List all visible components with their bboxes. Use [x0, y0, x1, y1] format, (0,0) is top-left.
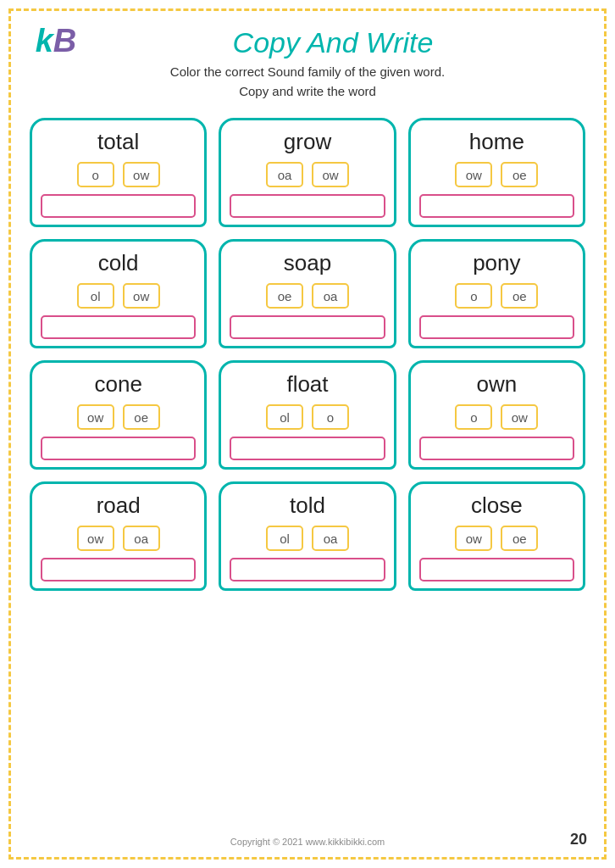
- sound-options: owoa: [77, 526, 160, 551]
- card-cold: coldolow: [30, 239, 207, 348]
- page: kB Copy And Write Color the correct Soun…: [8, 8, 607, 860]
- sound-box[interactable]: ol: [77, 283, 114, 309]
- sound-options: oeoa: [266, 283, 349, 309]
- card-soap: soapoeoa: [219, 239, 396, 348]
- sound-box[interactable]: ol: [266, 526, 303, 551]
- sound-box[interactable]: ow: [123, 162, 160, 187]
- write-box[interactable]: [41, 558, 196, 581]
- sound-box[interactable]: oe: [501, 162, 538, 187]
- sound-box[interactable]: oa: [312, 283, 349, 309]
- sound-box[interactable]: oe: [501, 283, 538, 309]
- card-word: cold: [98, 250, 139, 276]
- card-word: pony: [473, 250, 520, 276]
- sound-box[interactable]: oe: [123, 404, 160, 430]
- write-box[interactable]: [230, 558, 385, 581]
- sound-box[interactable]: oa: [266, 162, 303, 187]
- sound-box[interactable]: oa: [312, 526, 349, 551]
- sound-box[interactable]: ow: [501, 404, 538, 430]
- sound-options: oow: [455, 404, 538, 430]
- card-close: closeowoe: [408, 481, 585, 591]
- card-road: roadowoa: [30, 481, 207, 591]
- sound-box[interactable]: ow: [77, 404, 114, 430]
- sound-box[interactable]: o: [455, 283, 492, 309]
- page-title: Copy And Write: [62, 26, 604, 59]
- sound-box[interactable]: o: [455, 404, 492, 430]
- sound-box[interactable]: o: [312, 404, 349, 430]
- sound-box[interactable]: ow: [123, 283, 160, 309]
- card-pony: ponyooe: [408, 239, 585, 348]
- footer: Copyright © 2021 www.kikkibikki.com: [11, 837, 604, 847]
- card-word: own: [476, 371, 517, 398]
- card-grow: growoaow: [219, 118, 396, 227]
- sound-box[interactable]: o: [77, 162, 114, 187]
- sound-options: olo: [266, 404, 349, 430]
- sound-options: oloa: [266, 526, 349, 551]
- sound-options: oaow: [266, 162, 349, 187]
- sound-options: olow: [77, 283, 160, 309]
- sound-options: oow: [77, 162, 160, 187]
- subtitle: Color the correct Sound family of the gi…: [11, 63, 604, 101]
- write-box[interactable]: [230, 437, 385, 460]
- card-word: float: [286, 371, 328, 398]
- write-box[interactable]: [419, 315, 574, 339]
- sound-box[interactable]: ow: [455, 526, 492, 551]
- subtitle-line2: Copy and write the word: [239, 84, 376, 98]
- card-word: road: [97, 492, 141, 519]
- card-word: home: [469, 129, 524, 155]
- card-word: soap: [284, 250, 331, 276]
- logo-b: B: [53, 23, 76, 59]
- card-float: floatolo: [219, 360, 396, 470]
- card-word: close: [471, 492, 523, 519]
- write-box[interactable]: [230, 194, 385, 218]
- write-box[interactable]: [419, 194, 574, 218]
- sound-box[interactable]: oe: [501, 526, 538, 551]
- copyright: Copyright © 2021 www.kikkibikki.com: [230, 837, 385, 847]
- sound-box[interactable]: ow: [77, 526, 114, 551]
- logo-k: k: [36, 23, 53, 59]
- subtitle-line1: Color the correct Sound family of the gi…: [170, 64, 445, 79]
- sound-options: owoe: [455, 162, 538, 187]
- sound-box[interactable]: ol: [266, 404, 303, 430]
- sound-box[interactable]: oa: [123, 526, 160, 551]
- write-box[interactable]: [41, 437, 196, 460]
- sound-box[interactable]: oe: [266, 283, 303, 309]
- page-number: 20: [570, 831, 587, 849]
- card-word: told: [290, 492, 325, 519]
- write-box[interactable]: [41, 194, 196, 218]
- card-word: cone: [94, 371, 141, 398]
- sound-box[interactable]: ow: [312, 162, 349, 187]
- card-told: toldoloa: [219, 481, 396, 591]
- card-word: grow: [284, 129, 331, 155]
- card-cone: coneowoe: [30, 360, 207, 470]
- cards-grid: totaloowgrowoaowhomeowoecoldolowsoapoeoa…: [11, 106, 604, 599]
- logo: kB: [26, 23, 86, 74]
- write-box[interactable]: [419, 437, 574, 460]
- sound-options: owoe: [455, 526, 538, 551]
- write-box[interactable]: [41, 315, 196, 339]
- header: kB Copy And Write Color the correct Soun…: [11, 11, 604, 106]
- sound-options: ooe: [455, 283, 538, 309]
- card-home: homeowoe: [408, 118, 585, 227]
- write-box[interactable]: [419, 558, 574, 581]
- write-box[interactable]: [230, 315, 385, 339]
- card-word: total: [97, 129, 139, 155]
- sound-options: owoe: [77, 404, 160, 430]
- card-own: ownoow: [408, 360, 585, 470]
- sound-box[interactable]: ow: [455, 162, 492, 187]
- card-total: totaloow: [30, 118, 207, 227]
